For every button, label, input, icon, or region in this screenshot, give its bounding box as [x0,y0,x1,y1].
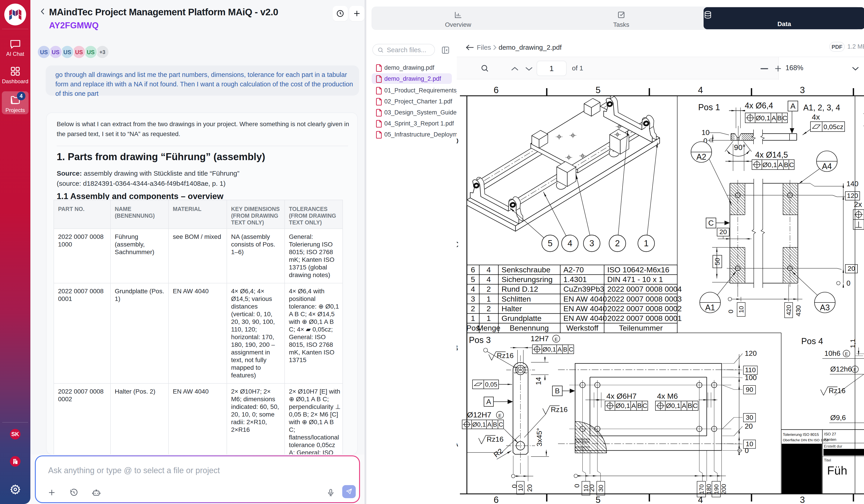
svg-text:C: C [782,114,787,122]
svg-text:3: 3 [800,85,805,95]
svg-text:4: 4 [698,85,703,95]
svg-text:E: E [499,413,502,418]
svg-text:ISO 27: ISO 27 [824,432,836,436]
svg-text:A3: A3 [820,303,830,312]
svg-text:20: 20 [848,265,855,272]
svg-text:170: 170 [698,484,705,494]
svg-text:Füh: Füh [827,464,847,477]
svg-text:10: 10 [701,128,710,136]
svg-text:2: 2 [615,238,620,248]
svg-text:Rz16: Rz16 [551,405,568,414]
svg-text:EN AW 4040: EN AW 4040 [563,314,607,322]
svg-text:110: 110 [745,366,756,373]
svg-text:20: 20 [588,484,595,492]
svg-text:0: 0 [727,310,734,314]
svg-text:30: 30 [597,485,604,492]
svg-text:4: 4 [487,275,491,284]
svg-text:90°: 90° [734,143,745,151]
svg-text:3: 3 [471,295,475,303]
svg-text:6: 6 [471,266,475,274]
svg-text:Ø0,1: Ø0,1 [762,161,777,169]
svg-text:20: 20 [526,484,533,492]
svg-text:0,05: 0,05 [485,381,497,388]
svg-text:1: 1 [471,314,475,322]
svg-text:4: 4 [487,266,491,274]
svg-text:Pos 3: Pos 3 [469,335,491,345]
svg-text:R2: R2 [492,447,504,459]
svg-text:C: C [457,240,458,249]
svg-text:14: 14 [535,377,542,385]
svg-text:B: B [784,161,789,169]
svg-text:2022 0007 0008 0001: 2022 0007 0008 0001 [607,314,682,322]
svg-text:180: 180 [705,484,712,494]
svg-text:3x45°: 3x45° [535,428,543,446]
svg-text:A2: A2 [696,152,706,161]
svg-text:2022 0007 0008 0004: 2022 0007 0008 0004 [607,285,682,293]
svg-text:10: 10 [738,306,745,313]
svg-text:100: 100 [745,373,757,382]
svg-text:1,1: 1,1 [849,339,856,348]
svg-text:B: B [563,346,567,353]
svg-text:5: 5 [596,495,601,504]
svg-text:Pos 4: Pos 4 [801,336,823,346]
svg-text:1: 1 [487,314,491,322]
svg-text:4: 4 [698,495,703,504]
svg-text:2x: 2x [854,200,862,208]
svg-text:C: C [708,219,714,227]
svg-text:Sicherungsring: Sicherungsring [502,275,553,284]
svg-text:Ø0,1: Ø0,1 [666,402,680,409]
svg-text:6: 6 [494,495,499,504]
svg-text:Rz16: Rz16 [829,386,845,395]
svg-text:ISO 10642-M6x16: ISO 10642-M6x16 [607,266,669,274]
svg-text:B: B [457,343,458,353]
svg-text:2: 2 [471,304,475,313]
svg-text:D: D [457,136,458,146]
svg-text:B: B [555,387,560,395]
svg-text:90: 90 [746,386,753,393]
svg-text:A4: A4 [822,162,832,171]
svg-text:Pos 1: Pos 1 [698,102,720,112]
svg-text:430: 430 [794,305,802,317]
svg-text:Ø0,1: Ø0,1 [756,114,770,122]
svg-text:Benennung: Benennung [509,324,549,332]
svg-text:C: C [643,402,647,409]
svg-text:Ø9,6: Ø9,6 [830,414,846,422]
svg-text:Rund D.12: Rund D.12 [502,285,538,293]
svg-text:CuZn39Pb3: CuZn39Pb3 [563,285,604,293]
svg-text:1: 1 [487,295,491,303]
svg-text:A: A [486,398,491,406]
svg-text:A: A [487,421,492,428]
svg-text:C: C [693,402,698,409]
svg-text:Oberfläche DIN EN ISO 1302: Oberfläche DIN EN ISO 1302 [783,438,828,442]
svg-text:3: 3 [800,495,805,504]
svg-text:Ø0,1: Ø0,1 [615,402,630,409]
svg-text:Werkstoff: Werkstoff [566,324,599,332]
svg-text:Teilenummer: Teilenummer [619,324,663,332]
svg-text:4: 4 [567,238,572,248]
svg-text:DIN 471 - 10 x 1: DIN 471 - 10 x 1 [607,275,663,284]
svg-text:20: 20 [719,228,727,235]
svg-text:Rz16: Rz16 [487,435,504,443]
svg-text:Schlitten: Schlitten [502,295,531,303]
svg-text:A: A [557,346,562,353]
svg-text:120: 120 [847,192,858,199]
svg-text:0,05cz: 0,05cz [824,123,843,131]
svg-text:A: A [457,439,458,448]
svg-text:EN AW 4040: EN AW 4040 [563,304,607,313]
svg-text:Kanten: Kanten [824,438,836,442]
svg-text:4: 4 [471,285,475,293]
svg-text:50: 50 [713,258,721,265]
svg-text:4x Ø6H7: 4x Ø6H7 [607,392,637,400]
svg-text:Grundplatte: Grundplatte [502,314,542,322]
svg-text:5: 5 [548,238,552,248]
svg-text:E: E [555,337,558,342]
svg-text:1: 1 [644,238,648,248]
svg-text:A: A [631,402,636,409]
svg-text:200: 200 [720,484,727,494]
svg-text:Ø12H7: Ø12H7 [467,410,491,419]
svg-text:0: 0 [745,446,749,455]
svg-text:Ø12h6: Ø12h6 [830,365,852,373]
svg-text:C: C [789,161,794,169]
svg-text:140: 140 [847,180,859,188]
svg-text:E: E [853,367,856,372]
